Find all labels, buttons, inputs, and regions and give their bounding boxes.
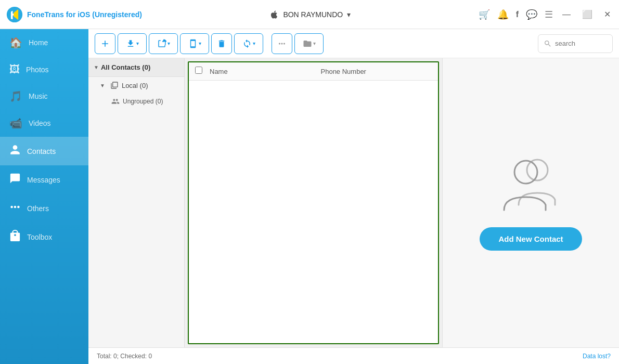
contact-tree-pane: ▼ All Contacts (0) ▼ Local (0) Ungrouped… <box>88 58 185 347</box>
sidebar-item-toolbox[interactable]: Toolbox <box>0 223 88 251</box>
data-lost-link[interactable]: Data lost? <box>583 353 611 360</box>
tree-collapse-icon: ▼ <box>94 64 99 70</box>
contacts-icon <box>9 144 21 158</box>
sidebar-item-music[interactable]: 🎵 Music <box>0 83 88 110</box>
photos-icon: 🖼 <box>9 63 20 75</box>
top-toolbar: ▾ ▾ ▾ ▾ <box>88 29 619 58</box>
local-folder-icon <box>110 81 119 89</box>
sidebar-label-videos: Videos <box>29 119 51 127</box>
select-all-checkbox-cell[interactable] <box>195 67 210 76</box>
messages-icon <box>9 173 21 187</box>
name-column-header: Name <box>210 68 321 75</box>
sidebar-item-home[interactable]: 🏠 Home <box>0 29 88 56</box>
sidebar-label-photos: Photos <box>26 66 49 74</box>
svg-point-1 <box>10 206 13 209</box>
search-box[interactable] <box>538 34 613 53</box>
sync-dropdown-icon: ▾ <box>253 41 255 46</box>
maximize-button[interactable]: ⬜ <box>580 8 595 20</box>
sidebar-label-others: Others <box>27 204 49 213</box>
facebook-icon[interactable]: f <box>516 10 519 19</box>
app-title: FoneTrans for iOS (Unregistered) <box>27 10 142 19</box>
ungrouped-label: Ungrouped (0) <box>123 98 163 105</box>
videos-icon: 📹 <box>9 117 22 129</box>
local-expand-icon: ▼ <box>100 83 105 88</box>
total-checked-status: Total: 0; Checked: 0 <box>97 353 152 360</box>
main-layout: 🏠 Home 🖼 Photos 🎵 Music 📹 Videos Contact… <box>0 29 619 364</box>
table-header-row: Name Phone Number <box>189 62 438 81</box>
bell-icon[interactable]: 🔔 <box>497 9 509 20</box>
sidebar-label-music: Music <box>29 92 48 100</box>
apple-icon <box>269 10 279 19</box>
svg-point-5 <box>514 161 537 184</box>
status-bar: Total: 0; Checked: 0 Data lost? <box>88 347 619 364</box>
music-icon: 🎵 <box>9 90 22 102</box>
sidebar-item-others[interactable]: Others <box>0 194 88 223</box>
cart-icon[interactable]: 🛒 <box>479 9 490 20</box>
more-button[interactable] <box>272 33 292 54</box>
split-pane: ▼ All Contacts (0) ▼ Local (0) Ungrouped… <box>88 58 619 347</box>
others-icon <box>9 201 21 215</box>
title-bar: FoneTrans for iOS (Unregistered) BON RAY… <box>0 0 619 29</box>
device-dropdown-icon: ▾ <box>199 41 201 46</box>
sync-button[interactable]: ▾ <box>234 33 263 54</box>
all-contacts-label: All Contacts (0) <box>101 63 150 71</box>
right-panel: Add New Contact <box>442 58 619 347</box>
minimize-button[interactable]: — <box>560 9 573 20</box>
ungrouped-tree-item[interactable]: Ungrouped (0) <box>88 94 184 109</box>
contacts-table-pane: Name Phone Number <box>188 61 439 344</box>
delete-button[interactable] <box>211 33 232 54</box>
phone-column-header: Phone Number <box>321 68 432 75</box>
import-dropdown-icon: ▾ <box>136 41 139 46</box>
sidebar-item-contacts[interactable]: Contacts <box>0 137 88 165</box>
sidebar: 🏠 Home 🖼 Photos 🎵 Music 📹 Videos Contact… <box>0 29 88 364</box>
title-bar-right: 🛒 🔔 f 💬 ☰ — ⬜ ✕ <box>479 8 613 20</box>
ungrouped-icon <box>111 97 120 106</box>
select-all-checkbox[interactable] <box>195 67 202 74</box>
folder-dropdown-icon: ▾ <box>313 41 316 46</box>
search-input[interactable] <box>555 40 607 47</box>
sidebar-item-videos[interactable]: 📹 Videos <box>0 110 88 137</box>
device-name: BON RAYMUNDO <box>283 10 343 19</box>
close-button[interactable]: ✕ <box>602 8 613 20</box>
contacts-table-body <box>189 81 438 343</box>
add-contact-button[interactable] <box>95 33 115 54</box>
import-button[interactable]: ▾ <box>118 33 147 54</box>
sidebar-item-messages[interactable]: Messages <box>0 165 88 194</box>
local-label: Local (0) <box>122 82 148 89</box>
svg-point-2 <box>14 206 17 209</box>
home-icon: 🏠 <box>9 36 22 49</box>
content-area: ▾ ▾ ▾ ▾ <box>88 29 619 364</box>
add-new-contact-button[interactable]: Add New Contact <box>480 227 582 251</box>
menu-icon[interactable]: ☰ <box>545 9 553 20</box>
sidebar-label-messages: Messages <box>27 176 60 184</box>
app-logo-icon <box>6 6 23 23</box>
sidebar-label-home: Home <box>29 38 48 47</box>
folder-button[interactable]: ▾ <box>294 33 324 54</box>
app-branding: FoneTrans for iOS (Unregistered) <box>6 6 142 23</box>
svg-point-3 <box>17 206 20 209</box>
local-tree-item[interactable]: ▼ Local (0) <box>88 77 184 94</box>
contacts-illustration <box>500 155 562 213</box>
device-chevron-icon[interactable]: ▾ <box>347 10 351 19</box>
toolbox-icon <box>9 230 21 244</box>
sidebar-item-photos[interactable]: 🖼 Photos <box>0 56 88 83</box>
device-transfer-button[interactable]: ▾ <box>180 33 209 54</box>
search-icon <box>544 40 552 48</box>
device-selector[interactable]: BON RAYMUNDO ▾ <box>269 10 351 19</box>
export-button[interactable]: ▾ <box>149 33 178 54</box>
sidebar-label-contacts: Contacts <box>27 147 56 155</box>
chat-icon[interactable]: 💬 <box>526 9 537 20</box>
export-dropdown-icon: ▾ <box>167 41 170 46</box>
sidebar-label-toolbox: Toolbox <box>27 233 52 241</box>
all-contacts-header[interactable]: ▼ All Contacts (0) <box>88 58 184 77</box>
